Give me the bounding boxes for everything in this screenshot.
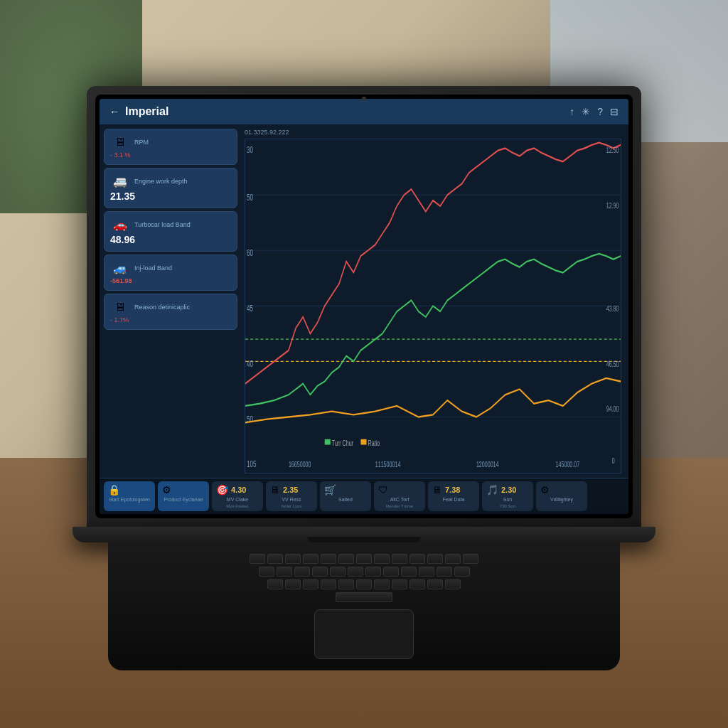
svg-rect-24 <box>325 439 331 445</box>
key-row-1 <box>250 554 478 564</box>
chart-timestamp: 01.3325.92.222 <box>245 129 621 136</box>
metric-card-reason: 🖥 Reason detinicaplic - 1.7% <box>104 294 237 330</box>
svg-text:12000014: 12000014 <box>476 460 499 469</box>
turbocar-label: Turbocar load Band <box>134 221 191 229</box>
vdlll-icon: ⚙ <box>540 484 550 496</box>
feat-data-number: 7.38 <box>445 486 460 494</box>
toolbar-vv-label: VV Ress <box>282 497 301 503</box>
svg-text:Ratio: Ratio <box>368 439 380 448</box>
svg-text:46.50: 46.50 <box>606 360 619 369</box>
svg-text:105: 105 <box>247 459 257 469</box>
mv-clake-icon: 🎯 <box>216 484 228 496</box>
toolbar-feat-top: 🖥 7.38 <box>432 484 475 496</box>
toolbar-vv-ress[interactable]: 🖥 2.35 VV Ress Noler Lyos <box>266 481 317 511</box>
upload-icon[interactable]: ↑ <box>569 106 574 117</box>
key <box>330 567 346 577</box>
turbocar-value: 48.96 <box>110 234 231 245</box>
header-left: ← Imperial <box>109 105 168 118</box>
key <box>303 554 318 564</box>
toolbar-mv-top: 🎯 4.30 <box>216 484 259 496</box>
saited-icon: 🛒 <box>324 484 336 496</box>
product-icon: ⚙ <box>162 484 171 496</box>
toolbar-altc-label: AltC Torf <box>390 497 410 503</box>
toolbar-altc-sublabel: Render Tmme <box>386 504 413 508</box>
key <box>267 579 283 589</box>
svg-text:12.90: 12.90 <box>606 201 619 210</box>
key <box>356 579 372 589</box>
rpm-icon: 🖥 <box>110 135 130 149</box>
vv-ress-number: 2.35 <box>283 486 298 494</box>
toolbar-product-label: Product Eyclanae <box>164 497 203 503</box>
metric-card-inj: 🚙 Inj-load Band -561.98 <box>104 255 237 291</box>
laptop-screen: ← Imperial ↑ ✳ ? ⊟ <box>87 86 641 527</box>
key <box>445 554 461 564</box>
toolbar-son[interactable]: 🎵 2.30 Son 730 Son <box>482 481 533 511</box>
key <box>427 554 443 564</box>
toolbar-product-top: ⚙ <box>162 484 205 496</box>
engine-value: 21.35 <box>110 191 231 202</box>
toolbar-altc-torf[interactable]: 🛡 AltC Torf Render Tmme <box>374 481 425 511</box>
altc-torf-icon: 🛡 <box>378 484 388 496</box>
son-number: 2.30 <box>501 486 516 494</box>
svg-text:40: 40 <box>247 358 253 368</box>
toolbar-start[interactable]: 🔒 Start Epotologaten <box>104 481 155 511</box>
chart-svg: 30 50 60 45 40 50 105 <box>245 139 621 473</box>
svg-text:16650000: 16650000 <box>289 460 311 469</box>
mv-clake-number: 4.30 <box>231 486 246 494</box>
turbocar-icon: 🚗 <box>110 218 130 232</box>
toolbar-mv-sublabel: Myo Fasteo <box>226 504 248 508</box>
rpm-label: RPM <box>134 139 149 146</box>
rpm-change: - 3.1 % <box>110 151 231 159</box>
svg-text:Turr Chur: Turr Chur <box>332 439 353 448</box>
svg-text:45: 45 <box>247 303 253 313</box>
key <box>445 579 461 589</box>
key <box>250 554 265 564</box>
toolbar-saited[interactable]: 🛒 Saited <box>320 481 371 511</box>
svg-text:50: 50 <box>247 192 253 202</box>
metric-header-engine: 🚐 Engine work depth <box>110 174 231 188</box>
app-header: ← Imperial ↑ ✳ ? ⊟ <box>100 99 628 124</box>
inj-label: Inj-load Band <box>134 264 172 272</box>
toolbar-son-sublabel: 730 Son <box>500 504 515 508</box>
metric-header-inj: 🚙 Inj-load Band <box>110 261 231 275</box>
toolbar-son-top: 🎵 2.30 <box>486 484 529 496</box>
svg-text:12.50: 12.50 <box>606 146 619 154</box>
screen-bezel: ← Imperial ↑ ✳ ? ⊟ <box>95 95 633 518</box>
laptop-base <box>73 527 655 542</box>
toolbar-feat-data[interactable]: 🖥 7.38 Feat Data <box>428 481 479 511</box>
reason-change: - 1.7% <box>110 316 231 323</box>
inj-icon: 🚙 <box>110 261 130 275</box>
toolbar-vdlll[interactable]: ⚙ Vdlllightey <box>536 481 587 511</box>
svg-text:30: 30 <box>247 144 253 154</box>
key <box>259 567 274 577</box>
key-row-2 <box>259 567 470 577</box>
key <box>374 554 390 564</box>
key <box>392 579 407 589</box>
key <box>267 554 283 564</box>
main-content: 🖥 RPM - 3.1 % 🚐 Engine work depth 21.35 <box>100 124 628 478</box>
toolbar-feat-label: Feat Data <box>443 497 465 503</box>
settings-icon[interactable]: ✳ <box>582 106 590 117</box>
key <box>437 567 452 577</box>
help-icon[interactable]: ? <box>597 106 603 117</box>
toolbar-mv-clake[interactable]: 🎯 4.30 MV Clake Myo Fasteo <box>212 481 263 511</box>
toolbar-product[interactable]: ⚙ Product Eyclanae <box>158 481 209 511</box>
camera <box>362 97 366 101</box>
bottom-toolbar: 🔒 Start Epotologaten ⚙ Product Eyclanae … <box>100 478 628 514</box>
back-button[interactable]: ← <box>109 106 119 117</box>
key <box>374 579 390 589</box>
trackpad[interactable] <box>314 609 414 659</box>
toolbar-vdlll-top: ⚙ <box>540 484 583 496</box>
engine-label: Engine work depth <box>134 178 188 186</box>
engine-icon: 🚐 <box>110 174 130 188</box>
toolbar-vv-top: 🖥 2.35 <box>270 484 313 496</box>
inj-value: -561.98 <box>110 277 231 284</box>
key <box>427 579 443 589</box>
chart-container[interactable]: 30 50 60 45 40 50 105 <box>245 139 621 473</box>
header-icons: ↑ ✳ ? ⊟ <box>569 106 619 117</box>
toolbar-saited-label: Saited <box>338 497 353 503</box>
key <box>294 567 310 577</box>
svg-text:111500014: 111500014 <box>375 460 401 469</box>
menu-icon[interactable]: ⊟ <box>610 106 619 117</box>
key <box>401 567 417 577</box>
